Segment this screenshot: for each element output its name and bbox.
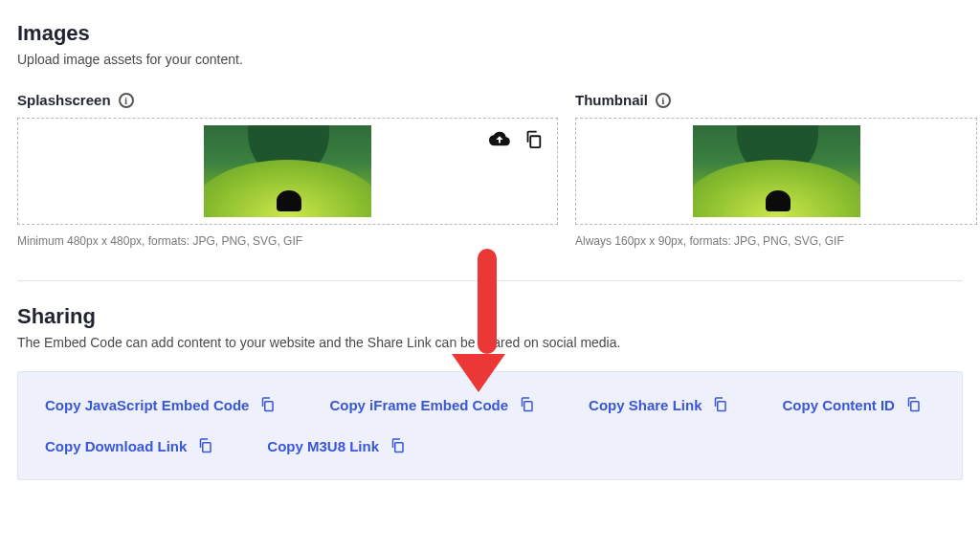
splashscreen-preview	[204, 125, 371, 217]
svg-rect-1	[265, 402, 273, 411]
copy-js-embed-button[interactable]: Copy JavaScript Embed Code	[45, 395, 276, 415]
copy-icon	[389, 436, 406, 456]
copy-m3u8-link-button[interactable]: Copy M3U8 Link	[267, 436, 406, 456]
copy-iframe-embed-button[interactable]: Copy iFrame Embed Code	[329, 395, 535, 415]
splashscreen-actions	[488, 128, 544, 149]
copy-icon	[904, 395, 922, 415]
images-section: Images Upload image assets for your cont…	[17, 21, 963, 248]
info-icon[interactable]: i	[656, 93, 671, 108]
thumbnail-preview	[693, 125, 860, 217]
copy-icon	[518, 395, 535, 415]
copy-m3u8-link-label: Copy M3U8 Link	[267, 438, 379, 454]
sharing-subtext: The Embed Code can add content to your w…	[17, 335, 963, 350]
copy-content-id-button[interactable]: Copy Content ID	[782, 395, 922, 415]
copy-icon	[711, 395, 728, 415]
splashscreen-label: Splashscreen	[17, 92, 111, 108]
copy-js-embed-label: Copy JavaScript Embed Code	[45, 397, 249, 413]
copy-icon[interactable]	[523, 128, 544, 149]
copy-icon	[196, 436, 213, 456]
svg-rect-4	[911, 402, 919, 411]
svg-rect-3	[718, 402, 725, 411]
splashscreen-helper: Minimum 480px x 480px, formats: JPG, PNG…	[17, 234, 558, 248]
thumbnail-field: Thumbnail i Always 160px x 90px, formats…	[575, 92, 977, 248]
splashscreen-label-row: Splashscreen i	[17, 92, 558, 108]
thumbnail-helper: Always 160px x 90px, formats: JPG, PNG, …	[575, 234, 977, 248]
thumbnail-label-row: Thumbnail i	[575, 92, 977, 108]
copy-iframe-embed-label: Copy iFrame Embed Code	[329, 397, 508, 413]
copy-content-id-label: Copy Content ID	[782, 397, 895, 413]
copy-share-link-label: Copy Share Link	[589, 397, 702, 413]
svg-rect-6	[395, 443, 403, 452]
divider	[17, 280, 963, 281]
images-subtext: Upload image assets for your content.	[17, 52, 963, 67]
splashscreen-field: Splashscreen i Minimum 480px x 480px, fo…	[17, 92, 558, 248]
sharing-links-box: Copy JavaScript Embed Code Copy iFrame E…	[17, 371, 963, 480]
upload-icon[interactable]	[488, 128, 511, 149]
sharing-section: Sharing The Embed Code can add content t…	[17, 304, 963, 480]
svg-rect-0	[530, 136, 540, 147]
copy-download-link-label: Copy Download Link	[45, 438, 187, 454]
image-fields-row: Splashscreen i Minimum 480px x 480px, fo…	[17, 92, 963, 248]
copy-download-link-button[interactable]: Copy Download Link	[45, 436, 213, 456]
sharing-heading: Sharing	[17, 304, 963, 329]
info-icon[interactable]: i	[119, 93, 134, 108]
images-heading: Images	[17, 21, 963, 46]
thumbnail-dropzone[interactable]	[575, 118, 977, 225]
svg-rect-2	[524, 402, 532, 411]
copy-icon	[258, 395, 276, 415]
svg-rect-5	[203, 443, 211, 452]
thumbnail-label: Thumbnail	[575, 92, 648, 108]
splashscreen-dropzone[interactable]	[17, 118, 558, 225]
copy-share-link-button[interactable]: Copy Share Link	[589, 395, 728, 415]
